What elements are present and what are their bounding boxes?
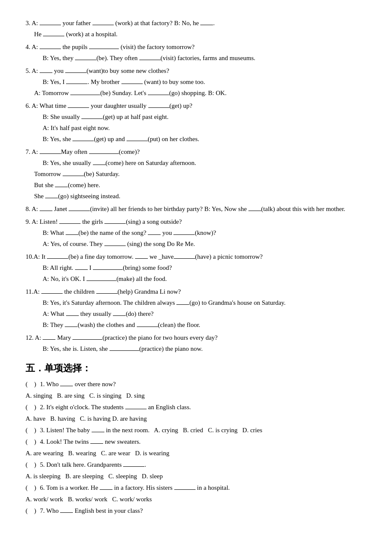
exercise-6-line-3: A: It's half past eight now. xyxy=(26,123,366,133)
blank xyxy=(104,223,126,224)
exercise-4-line-1: 4. A: the pupils (visit) the factory tom… xyxy=(26,42,366,52)
blank xyxy=(65,327,78,327)
blank xyxy=(86,280,116,281)
exercise-3-line-1: 3. A: your father (work) at that factory… xyxy=(26,18,366,28)
blank xyxy=(89,49,119,49)
blank xyxy=(69,211,90,211)
exercise-10-line-3: A: No, it's OK. I (make) all the food. xyxy=(26,274,366,284)
blank xyxy=(40,25,61,25)
mc-item-1-options: A. singing B. are sing C. is singing D. … xyxy=(26,390,366,401)
mc-item-2-options: A. have B. having C. is having D. are ha… xyxy=(26,413,366,424)
mc-item-1-question: ( ) 1. Who over there now? xyxy=(26,379,366,389)
blank xyxy=(148,234,161,235)
blank xyxy=(40,49,61,49)
blank xyxy=(41,293,63,294)
blank xyxy=(60,386,73,386)
exercise-12-line-2: B: Yes, she is. Listen, she (practice) t… xyxy=(26,344,366,354)
exercise-7-line-2: B: Yes, she usually (come) here on Satur… xyxy=(26,158,366,168)
blank xyxy=(176,304,189,305)
mc-item-2-question: ( ) 2. It's eight o'clock. The students … xyxy=(26,402,366,412)
blank xyxy=(137,327,158,327)
exercise-11-line-2: B: Yes, it's Saturday afternoon. The chi… xyxy=(26,298,366,308)
blank xyxy=(45,198,58,198)
blank xyxy=(72,339,102,340)
blank xyxy=(248,211,261,211)
mc-item-5-question: ( ) 5. Don't talk here. Grandparents . xyxy=(26,460,366,470)
exercise-11-line-4: B: They (wash) the clothes and (clean) t… xyxy=(26,320,366,330)
blank xyxy=(96,293,118,294)
mc-3-paren: ( ) xyxy=(26,425,38,435)
blank xyxy=(92,25,114,25)
exercise-6-line-1: 6. A: What time your daughter usually (g… xyxy=(26,101,366,111)
blank xyxy=(92,432,104,432)
blank xyxy=(174,489,196,490)
blank xyxy=(55,187,68,187)
blank xyxy=(60,512,73,513)
blank xyxy=(93,165,106,165)
exercise-11-line-1: 11.A: the children (help) Grandma Li now… xyxy=(26,286,366,297)
mc-1-paren: ( ) xyxy=(26,379,38,389)
blank xyxy=(125,409,147,409)
exercise-7: 7. A: May often (come)? B: Yes, she usua… xyxy=(26,147,366,201)
blank xyxy=(70,95,100,95)
blank xyxy=(40,72,52,73)
exercise-7-line-3: Tomorrow (be) Saturday. xyxy=(26,169,366,179)
blank xyxy=(200,25,213,25)
exercise-11: 11.A: the children (help) Grandma Li now… xyxy=(26,286,366,330)
blank xyxy=(139,60,161,60)
mc-item-3-question: ( ) 3. Listen! The baby in the next room… xyxy=(26,425,366,435)
mc-6-paren: ( ) xyxy=(26,483,38,493)
blank xyxy=(123,466,144,467)
blank xyxy=(72,141,94,141)
exercise-7-line-1: 7. A: May often (come)? xyxy=(26,147,366,157)
exercise-6: 6. A: What time your daughter usually (g… xyxy=(26,101,366,144)
blank xyxy=(89,153,119,154)
blank xyxy=(47,258,68,259)
exercise-9-line-1: 9. A: Listen! the girls (sing) a song ou… xyxy=(26,217,366,227)
blank xyxy=(63,176,84,176)
exercise-9: 9. A: Listen! the girls (sing) a song ou… xyxy=(26,217,366,249)
exercise-5-line-1: 5. A: you (want)to buy some new clothes? xyxy=(26,66,366,76)
blank xyxy=(66,315,79,316)
exercise-9-line-3: A: Yes, of course. They (sing) the song … xyxy=(26,239,366,249)
blank xyxy=(148,95,169,95)
mc-item-5-options: A. is sleeping B. are sleeping C. sleepi… xyxy=(26,471,366,481)
blank xyxy=(113,315,126,316)
mc-item-4-options: A. are wearing B. wearing C. are wear D.… xyxy=(26,448,366,458)
exercise-8-line-1: 8. A: Janet (invite) all her friends to … xyxy=(26,204,366,214)
exercise-5-line-2: B: Yes, I . My brother (want) to buy som… xyxy=(26,77,366,87)
section-title-multiple-choice: 五．单项选择： xyxy=(26,361,366,376)
mc-7-paren: ( ) xyxy=(26,506,38,516)
exercise-9-line-2: B: What (be) the name of the song? you (… xyxy=(26,228,366,238)
blank xyxy=(110,350,139,351)
blank xyxy=(43,36,64,36)
exercise-7-line-5: She (go) sightseeing instead. xyxy=(26,191,366,201)
exercise-12-line-1: 12. A: Mary (practice) the piano for two… xyxy=(26,332,366,343)
exercise-3-line-2: He (work) at a hospital. xyxy=(26,29,366,39)
blank xyxy=(75,60,96,60)
exercise-6-line-2: B: She usually (get) up at half past eig… xyxy=(26,112,366,122)
exercise-3: 3. A: your father (work) at that factory… xyxy=(26,18,366,39)
blank xyxy=(68,107,89,108)
exercise-8: 8. A: Janet (invite) all her friends to … xyxy=(26,204,366,214)
blank xyxy=(66,234,78,235)
blank xyxy=(100,489,112,490)
blank xyxy=(104,246,126,246)
exercise-6-line-4: B: Yes, she (get) up and (put) on her cl… xyxy=(26,134,366,144)
blank xyxy=(66,84,87,84)
exercise-10-line-2: B: All right. I (bring) some food? xyxy=(26,263,366,273)
mc-item-6-question: ( ) 6. Tom is a worker. He in a factory.… xyxy=(26,483,366,493)
exercise-4: 4. A: the pupils (visit) the factory tom… xyxy=(26,42,366,63)
blank xyxy=(40,211,52,211)
blank xyxy=(59,223,81,224)
mc-item-4-question: ( ) 4. Look! The twins new sweaters. xyxy=(26,436,366,447)
exercise-12: 12. A: Mary (practice) the piano for two… xyxy=(26,332,366,354)
blank xyxy=(40,153,61,154)
blank xyxy=(121,84,143,84)
blank xyxy=(93,269,123,270)
exercise-4-line-2: B: Yes, they (be). They often (visit) fa… xyxy=(26,53,366,63)
blank xyxy=(65,72,86,73)
exercise-10-line-1: 10.A: It (be) a fine day tomorrow. we _h… xyxy=(26,251,366,262)
blank xyxy=(75,269,88,270)
blank xyxy=(174,258,195,259)
